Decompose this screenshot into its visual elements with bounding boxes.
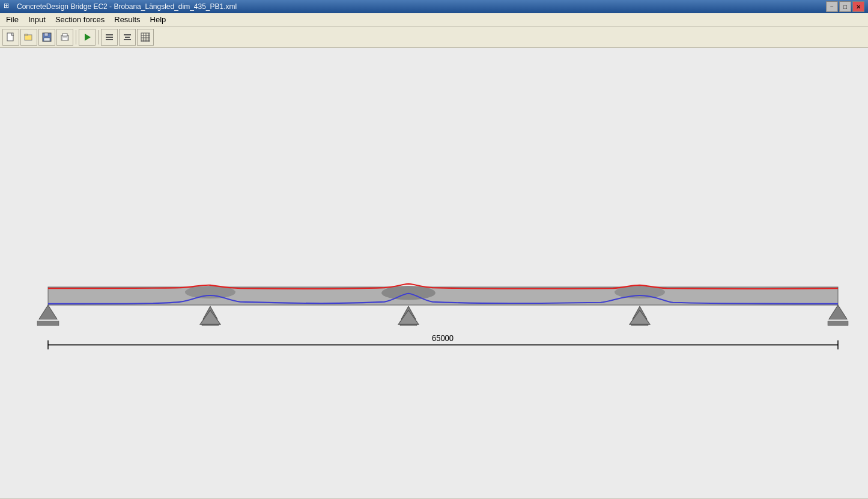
maximize-button[interactable]: □: [839, 1, 851, 12]
menu-help[interactable]: Help: [145, 14, 171, 25]
svg-marker-9: [85, 34, 91, 41]
run-button[interactable]: [79, 29, 96, 46]
svg-rect-11: [106, 37, 113, 38]
svg-rect-2: [25, 34, 28, 35]
minimize-button[interactable]: −: [826, 1, 838, 12]
svg-rect-12: [106, 39, 113, 40]
title-bar: ⊞ ConcreteDesign Bridge EC2 - Brobana_Lä…: [0, 0, 868, 13]
app-icon: ⊞: [4, 2, 13, 11]
svg-rect-8: [62, 38, 67, 40]
menu-results[interactable]: Results: [109, 14, 145, 25]
open-button[interactable]: [20, 29, 37, 46]
align-left-button[interactable]: [101, 29, 118, 46]
title-bar-left: ⊞ ConcreteDesign Bridge EC2 - Brobana_Lä…: [4, 2, 237, 11]
print-button[interactable]: [56, 29, 73, 46]
svg-rect-4: [44, 33, 48, 36]
title-bar-controls[interactable]: − □ ✕: [826, 1, 864, 12]
new-button[interactable]: [2, 29, 19, 46]
svg-rect-23: [0, 48, 868, 498]
table-button[interactable]: [137, 29, 154, 46]
menu-file[interactable]: File: [1, 14, 23, 25]
menu-input[interactable]: Input: [23, 14, 50, 25]
svg-text:65000: 65000: [432, 334, 454, 343]
toolbar: [0, 26, 868, 48]
svg-marker-32: [37, 321, 59, 325]
save-button[interactable]: [38, 29, 55, 46]
svg-rect-5: [44, 38, 50, 41]
menu-section-forces[interactable]: Section forces: [50, 14, 109, 25]
main-canvas: 65000: [0, 48, 868, 498]
toolbar-separator-1: [76, 30, 76, 44]
svg-rect-10: [106, 34, 113, 35]
toolbar-separator-2: [98, 30, 99, 44]
menu-bar: File Input Section forces Results Help: [0, 13, 868, 26]
bridge-diagram: 65000: [0, 48, 868, 498]
close-button[interactable]: ✕: [852, 1, 864, 12]
align-center-button[interactable]: [119, 29, 136, 46]
title-bar-text: ConcreteDesign Bridge EC2 - Brobana_Läng…: [17, 2, 237, 11]
svg-rect-7: [62, 34, 67, 36]
svg-marker-43: [828, 321, 848, 325]
